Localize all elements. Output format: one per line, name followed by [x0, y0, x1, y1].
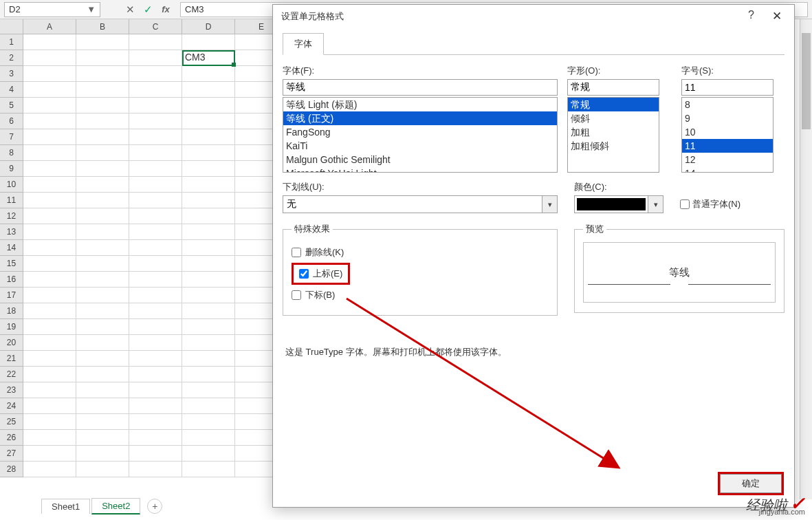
- row-header[interactable]: 14: [0, 240, 23, 256]
- cell[interactable]: [76, 161, 129, 177]
- list-item[interactable]: 8: [682, 98, 773, 111]
- normal-font-checkbox[interactable]: 普通字体(N): [680, 198, 740, 210]
- cell[interactable]: [76, 193, 129, 208]
- cell[interactable]: [23, 193, 76, 208]
- cell[interactable]: [129, 66, 182, 82]
- cell[interactable]: [23, 240, 76, 256]
- list-item[interactable]: 9: [682, 111, 773, 125]
- row-header[interactable]: 3: [0, 66, 23, 82]
- cell[interactable]: [129, 398, 182, 414]
- row-header[interactable]: 12: [0, 208, 23, 224]
- ok-button[interactable]: 确定: [720, 474, 782, 493]
- cell[interactable]: [182, 382, 235, 398]
- fx-icon[interactable]: fx: [157, 2, 175, 17]
- cell[interactable]: [23, 446, 76, 462]
- row-header[interactable]: 22: [0, 367, 23, 382]
- cell[interactable]: [129, 430, 182, 446]
- chevron-down-icon[interactable]: ▼: [87, 4, 96, 14]
- cell[interactable]: [129, 256, 182, 272]
- cell[interactable]: [129, 382, 182, 398]
- cell[interactable]: [23, 430, 76, 446]
- row-header[interactable]: 8: [0, 145, 23, 161]
- col-header[interactable]: D: [182, 19, 235, 34]
- chevron-down-icon[interactable]: ▾: [542, 195, 558, 213]
- cell[interactable]: [76, 129, 129, 145]
- cell[interactable]: [23, 367, 76, 382]
- row-header[interactable]: 25: [0, 414, 23, 430]
- row-header[interactable]: 28: [0, 462, 23, 477]
- cell[interactable]: [129, 351, 182, 367]
- list-item[interactable]: 等线 Light (标题): [283, 98, 557, 111]
- superscript-checkbox[interactable]: 上标(E): [299, 268, 342, 280]
- cell[interactable]: [129, 177, 182, 193]
- list-item[interactable]: 11: [682, 139, 773, 153]
- cell[interactable]: [182, 177, 235, 193]
- row-header[interactable]: 11: [0, 193, 23, 208]
- cell[interactable]: [182, 82, 235, 98]
- cell[interactable]: [129, 335, 182, 351]
- cell[interactable]: [129, 303, 182, 319]
- color-picker[interactable]: ▾: [574, 195, 663, 213]
- cell[interactable]: [76, 382, 129, 398]
- cell[interactable]: [23, 50, 76, 66]
- select-all-corner[interactable]: [0, 19, 23, 34]
- scrollbar-thumb[interactable]: [802, 33, 811, 129]
- style-input[interactable]: [567, 79, 659, 96]
- cell[interactable]: [182, 335, 235, 351]
- row-header[interactable]: 19: [0, 319, 23, 335]
- close-icon[interactable]: ✕: [768, 9, 786, 23]
- cell[interactable]: [182, 224, 235, 240]
- row-header[interactable]: 24: [0, 398, 23, 414]
- cell[interactable]: [182, 351, 235, 367]
- underline-combo[interactable]: ▾: [283, 195, 558, 213]
- cell[interactable]: [23, 303, 76, 319]
- cell[interactable]: [76, 462, 129, 477]
- list-item[interactable]: 倾斜: [568, 111, 659, 125]
- cell[interactable]: [23, 414, 76, 430]
- cell[interactable]: [76, 335, 129, 351]
- font-input[interactable]: [283, 79, 558, 96]
- cell[interactable]: [76, 367, 129, 382]
- strikethrough-checkbox[interactable]: 删除线(K): [292, 246, 549, 259]
- cell[interactable]: [129, 272, 182, 288]
- cell[interactable]: [129, 462, 182, 477]
- cell[interactable]: [23, 319, 76, 335]
- style-listbox[interactable]: 常规倾斜加粗加粗倾斜: [567, 97, 659, 173]
- cell[interactable]: [23, 382, 76, 398]
- cell[interactable]: [182, 272, 235, 288]
- underline-input[interactable]: [283, 195, 542, 213]
- cell[interactable]: [129, 240, 182, 256]
- list-item[interactable]: Microsoft YaHei Light: [283, 166, 557, 173]
- row-header[interactable]: 27: [0, 446, 23, 462]
- cell[interactable]: [182, 256, 235, 272]
- list-item[interactable]: 等线 (正文): [283, 111, 557, 125]
- list-item[interactable]: 12: [682, 153, 773, 166]
- list-item[interactable]: 加粗倾斜: [568, 139, 659, 153]
- cell[interactable]: [23, 335, 76, 351]
- cell[interactable]: [23, 351, 76, 367]
- list-item[interactable]: 加粗: [568, 125, 659, 139]
- cell[interactable]: [129, 414, 182, 430]
- cell[interactable]: CM3: [182, 50, 235, 66]
- cell[interactable]: [76, 398, 129, 414]
- cell[interactable]: [76, 98, 129, 113]
- name-box[interactable]: D2 ▼: [4, 2, 100, 17]
- row-header[interactable]: 9: [0, 161, 23, 177]
- add-sheet-button[interactable]: +: [147, 499, 162, 514]
- cell[interactable]: [23, 34, 76, 50]
- cell[interactable]: [23, 398, 76, 414]
- cell[interactable]: [23, 145, 76, 161]
- row-header[interactable]: 18: [0, 303, 23, 319]
- row-header[interactable]: 1: [0, 34, 23, 50]
- cell[interactable]: [182, 66, 235, 82]
- cell[interactable]: [182, 288, 235, 303]
- cell[interactable]: [76, 319, 129, 335]
- cell[interactable]: [182, 303, 235, 319]
- cell[interactable]: [23, 82, 76, 98]
- cell[interactable]: [129, 446, 182, 462]
- font-listbox[interactable]: 等线 Light (标题)等线 (正文)FangSongKaiTiMalgun …: [283, 97, 558, 173]
- list-item[interactable]: 10: [682, 125, 773, 139]
- cell[interactable]: [129, 82, 182, 98]
- cell[interactable]: [129, 98, 182, 113]
- cell[interactable]: [76, 177, 129, 193]
